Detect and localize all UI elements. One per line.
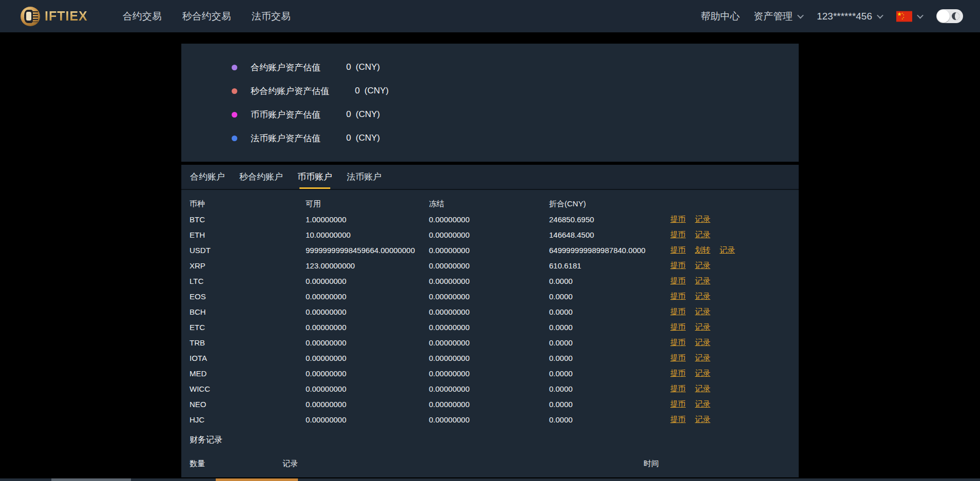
summary-value: 0 [355, 86, 360, 96]
coin-name: ETC [190, 323, 306, 332]
withdraw-link[interactable]: 提币 [670, 384, 686, 394]
available-value: 0.00000000 [306, 338, 429, 347]
withdraw-link[interactable]: 提币 [670, 261, 686, 271]
summary-value: 0 [346, 109, 351, 120]
frozen-value: 0.00000000 [429, 338, 549, 347]
help-center-link[interactable]: 帮助中心 [701, 10, 740, 23]
summary-value: 0 [346, 133, 351, 143]
brand[interactable]: IFTIEX [21, 7, 88, 26]
account-dot-icon [232, 112, 237, 118]
cny-value: 0.0000 [549, 384, 670, 393]
bottom-edge-strip [0, 478, 980, 481]
transfer-or-record-link[interactable]: 记录 [695, 399, 710, 409]
frozen-value: 0.00000000 [429, 307, 549, 316]
account-tab[interactable]: 合约账户 [190, 165, 225, 189]
transfer-or-record-link[interactable]: 记录 [695, 415, 710, 425]
coin-name: WICC [190, 384, 306, 393]
withdraw-link[interactable]: 提币 [670, 245, 686, 255]
account-label: 123******456 [817, 11, 872, 22]
record-link[interactable]: 记录 [720, 245, 735, 255]
row-actions: 提币 记录 [670, 415, 799, 425]
coin-name: USDT [190, 246, 306, 255]
transfer-or-record-link[interactable]: 记录 [695, 369, 710, 378]
frozen-value: 0.00000000 [429, 384, 549, 393]
coin-name: LTC [190, 277, 306, 285]
withdraw-link[interactable]: 提币 [670, 338, 686, 348]
row-actions: 提币 记录 [670, 338, 799, 348]
theme-toggle[interactable] [936, 9, 963, 23]
asset-summary-panel: 合约账户资产估值 0 (CNY) 秒合约账户资产估值 0 (CNY) 币币账户资… [181, 44, 799, 162]
table-row: IOTA 0.00000000 0.00000000 0.0000 提币 记录 [181, 350, 799, 365]
table-row: MED 0.00000000 0.00000000 0.0000 提币 记录 [181, 365, 799, 381]
transfer-or-record-link[interactable]: 记录 [695, 322, 710, 332]
assets-menu[interactable]: 资产管理 [753, 10, 803, 23]
cny-value: 0.0000 [549, 400, 670, 409]
coin-name: HJC [190, 415, 306, 424]
coin-name: NEO [190, 400, 306, 409]
withdraw-link[interactable]: 提币 [670, 399, 686, 409]
row-actions: 提币 记录 [670, 369, 799, 378]
account-tabs: 合约账户 秒合约账户 币币账户 法币账户 [181, 165, 799, 190]
nav-link[interactable]: 法币交易 [252, 10, 291, 23]
language-selector[interactable]: ★ ★ ★ ★ ★ [896, 11, 922, 22]
coin-name: ETH [190, 230, 306, 239]
transfer-or-record-link[interactable]: 记录 [695, 276, 710, 286]
withdraw-link[interactable]: 提币 [670, 353, 686, 363]
summary-label: 币币账户资产估值 [251, 109, 321, 121]
withdraw-link[interactable]: 提币 [670, 322, 686, 332]
withdraw-link[interactable]: 提币 [670, 215, 686, 224]
available-value: 0.00000000 [306, 400, 429, 409]
available-value: 0.00000000 [306, 384, 429, 393]
table-row: EOS 0.00000000 0.00000000 0.0000 提币 记录 [181, 288, 799, 304]
table-row: BTC 1.00000000 0.00000000 246850.6950 提币… [181, 211, 799, 227]
withdraw-link[interactable]: 提币 [670, 307, 686, 317]
col-cny: 折合(CNY) [549, 199, 670, 209]
available-value: 1.00000000 [306, 215, 429, 224]
cny-value: 0.0000 [549, 292, 670, 301]
navbar-right: 帮助中心 资产管理 123******456 ★ ★ ★ ★ ★ [701, 9, 963, 23]
summary-label: 合约账户资产估值 [251, 62, 321, 73]
summary-unit: (CNY) [355, 109, 380, 120]
account-dot-icon [232, 65, 237, 70]
frozen-value: 0.00000000 [429, 323, 549, 332]
account-tab[interactable]: 币币账户 [297, 165, 333, 189]
row-actions: 提币 记录 [670, 261, 799, 271]
withdraw-link[interactable]: 提币 [670, 415, 686, 425]
transfer-or-record-link[interactable]: 记录 [695, 230, 710, 240]
frozen-value: 0.00000000 [429, 246, 549, 255]
withdraw-link[interactable]: 提币 [670, 369, 686, 378]
table-row: ETH 10.00000000 0.00000000 146648.4500 提… [181, 227, 799, 242]
coin-name: BCH [190, 307, 306, 316]
cny-value: 246850.6950 [549, 215, 670, 224]
account-tab[interactable]: 秒合约账户 [239, 165, 284, 189]
cny-value: 146648.4500 [549, 230, 670, 239]
nav-link[interactable]: 秒合约交易 [182, 10, 231, 23]
cny-value: 0.0000 [549, 307, 670, 316]
transfer-or-record-link[interactable]: 记录 [695, 307, 710, 317]
cny-value: 0.0000 [549, 323, 670, 332]
nav-link[interactable]: 合约交易 [123, 10, 162, 23]
transfer-or-record-link[interactable]: 记录 [695, 215, 710, 224]
account-tab[interactable]: 法币账户 [346, 165, 382, 189]
summary-unit: (CNY) [355, 62, 380, 72]
transfer-or-record-link[interactable]: 记录 [695, 292, 710, 301]
accounts-panel: 合约账户 秒合约账户 币币账户 法币账户 币种 可用 冻结 折合(CNY) BT… [181, 165, 799, 477]
frozen-value: 0.00000000 [429, 369, 549, 378]
transfer-or-record-link[interactable]: 记录 [695, 353, 710, 363]
balance-table: 币种 可用 冻结 折合(CNY) BTC 1.00000000 0.000000… [181, 190, 799, 427]
transfer-or-record-link[interactable]: 记录 [695, 384, 710, 394]
strip-gray-segment [51, 478, 131, 481]
row-actions: 提币 记录 [670, 399, 799, 409]
moon-icon [952, 12, 959, 20]
row-actions: 提币 记录 [670, 353, 799, 363]
transfer-or-record-link[interactable]: 记录 [695, 338, 710, 348]
transfer-or-record-link[interactable]: 划转 [695, 245, 710, 255]
withdraw-link[interactable]: 提币 [670, 292, 686, 301]
col-time: 时间 [644, 459, 799, 469]
withdraw-link[interactable]: 提币 [670, 276, 686, 286]
account-menu[interactable]: 123******456 [817, 11, 882, 22]
transfer-or-record-link[interactable]: 记录 [695, 261, 710, 271]
frozen-value: 0.00000000 [429, 415, 549, 424]
withdraw-link[interactable]: 提币 [670, 230, 686, 240]
coin-name: BTC [190, 215, 306, 224]
